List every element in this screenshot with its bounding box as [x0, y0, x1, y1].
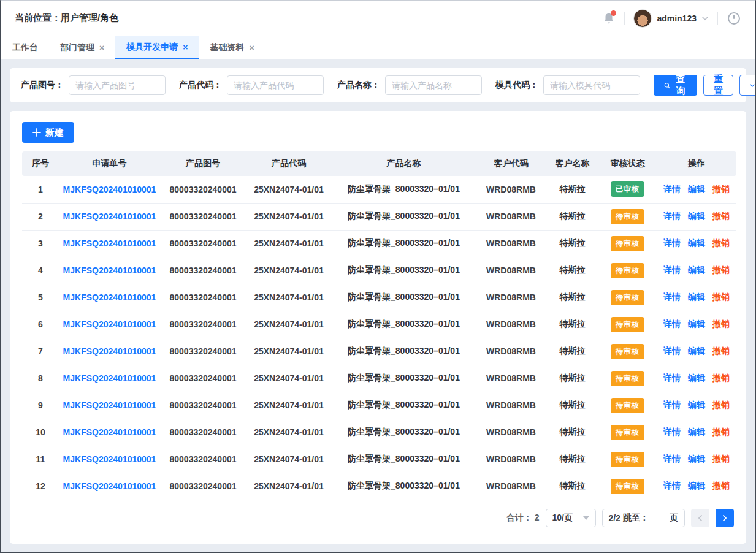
logout-power-button[interactable]	[727, 11, 741, 26]
customer-name-cell: 特斯拉	[546, 338, 598, 365]
tab-workbench[interactable]: 工作台	[1, 36, 49, 59]
revoke-action[interactable]: 撤销	[712, 346, 730, 357]
query-button[interactable]: 查询	[654, 75, 697, 96]
edit-action[interactable]: 编辑	[688, 373, 705, 384]
table-row: 12 MJKFSQ202401010001 80003320240001 25X…	[22, 473, 736, 500]
col-status: 审核状态	[598, 151, 657, 176]
application-no-link[interactable]: MJKFSQ202401010001	[63, 481, 156, 491]
edit-action[interactable]: 编辑	[688, 292, 705, 303]
avatar	[633, 9, 652, 28]
revoke-action[interactable]: 撤销	[712, 238, 730, 249]
edit-action[interactable]: 编辑	[688, 346, 705, 357]
expand-button[interactable]: 展开	[739, 75, 756, 96]
revoke-action[interactable]: 撤销	[712, 481, 730, 492]
application-no-link[interactable]: MJKFSQ202401010001	[63, 265, 156, 275]
application-no-link[interactable]: MJKFSQ202401010001	[63, 427, 156, 437]
detail-action[interactable]: 详情	[663, 319, 681, 330]
detail-action[interactable]: 详情	[663, 427, 681, 438]
application-no-link[interactable]: MJKFSQ202401010001	[63, 292, 156, 302]
revoke-action[interactable]: 撤销	[712, 319, 730, 330]
customer-code-cell: WRD08RMB	[476, 203, 546, 230]
tab-department[interactable]: 部门管理 ×	[49, 36, 115, 59]
prev-page-button[interactable]	[691, 509, 709, 527]
detail-action[interactable]: 详情	[663, 454, 681, 465]
status-badge: 待审核	[611, 263, 644, 278]
application-no-link[interactable]: MJKFSQ202401010001	[63, 454, 156, 464]
new-button[interactable]: 新建	[22, 122, 74, 143]
tab-mold-application[interactable]: 模具开发申请 ×	[115, 36, 199, 59]
notification-bell-button[interactable]	[602, 12, 616, 25]
edit-action[interactable]: 编辑	[688, 238, 705, 249]
page-size-select[interactable]: 10/页	[546, 509, 596, 527]
product-name-input[interactable]	[385, 75, 482, 95]
tab-basic-data[interactable]: 基础资料 ×	[199, 36, 265, 59]
revoke-action[interactable]: 撤销	[712, 292, 730, 303]
detail-action[interactable]: 详情	[663, 265, 681, 276]
mold-code-input[interactable]	[543, 75, 640, 95]
edit-action[interactable]: 编辑	[688, 454, 705, 465]
detail-action[interactable]: 详情	[663, 292, 681, 303]
application-no-link[interactable]: MJKFSQ202401010001	[63, 238, 156, 248]
col-product-code: 产品代码	[246, 151, 332, 176]
product-code-cell: 25XN24074-01/01	[246, 392, 332, 419]
product-name-cell: 防尘罩骨架_80003320–01/01	[332, 284, 476, 311]
row-index: 4	[22, 257, 59, 284]
product-name-cell: 防尘罩骨架_80003320–01/01	[332, 230, 476, 257]
product-code-input[interactable]	[227, 75, 324, 95]
row-index: 9	[22, 392, 59, 419]
detail-action[interactable]: 详情	[663, 238, 681, 249]
edit-action[interactable]: 编辑	[688, 319, 705, 330]
detail-action[interactable]: 详情	[663, 184, 681, 195]
edit-action[interactable]: 编辑	[688, 481, 705, 492]
edit-action[interactable]: 编辑	[688, 211, 705, 222]
revoke-action[interactable]: 撤销	[712, 400, 730, 411]
product-code-cell: 25XN24074-01/01	[246, 311, 332, 338]
detail-action[interactable]: 详情	[663, 400, 681, 411]
detail-action[interactable]: 详情	[663, 373, 681, 384]
table-row: 2 MJKFSQ202401010001 80003320240001 25XN…	[22, 203, 736, 230]
table-row: 4 MJKFSQ202401010001 80003320240001 25XN…	[22, 257, 736, 284]
drawing-no-cell: 80003320240001	[160, 203, 246, 230]
edit-action[interactable]: 编辑	[688, 265, 705, 276]
edit-action[interactable]: 编辑	[688, 427, 705, 438]
product-name-cell: 防尘罩骨架_80003320–01/01	[332, 419, 476, 446]
application-no-link[interactable]: MJKFSQ202401010001	[63, 373, 156, 383]
close-icon[interactable]: ×	[99, 44, 104, 52]
product-name-cell: 防尘罩骨架_80003320–01/01	[332, 338, 476, 365]
revoke-action[interactable]: 撤销	[712, 373, 730, 384]
product-name-cell: 防尘罩骨架_80003320–01/01	[332, 473, 476, 500]
next-page-button[interactable]	[716, 509, 734, 527]
application-no-link[interactable]: MJKFSQ202401010001	[63, 319, 156, 329]
revoke-action[interactable]: 撤销	[712, 211, 730, 222]
application-no-link[interactable]: MJKFSQ202401010001	[63, 212, 156, 221]
revoke-action[interactable]: 撤销	[712, 454, 730, 465]
jump-page-input[interactable]	[651, 511, 667, 525]
detail-action[interactable]: 详情	[663, 346, 681, 357]
application-no-link[interactable]: MJKFSQ202401010001	[63, 185, 156, 194]
product-drawing-no-input[interactable]	[69, 75, 166, 95]
query-label: 查询	[674, 74, 687, 97]
revoke-action[interactable]: 撤销	[712, 427, 730, 438]
table-row: 3 MJKFSQ202401010001 80003320240001 25XN…	[22, 230, 736, 257]
drawing-no-cell: 80003320240001	[160, 257, 246, 284]
edit-action[interactable]: 编辑	[688, 184, 705, 195]
application-no-link[interactable]: MJKFSQ202401010001	[63, 346, 156, 356]
field-label: 产品代码：	[179, 80, 222, 91]
edit-action[interactable]: 编辑	[688, 400, 705, 411]
table-row: 11 MJKFSQ202401010001 80003320240001 25X…	[22, 446, 736, 473]
tabbar: 工作台 部门管理 × 模具开发申请 × 基础资料 ×	[1, 36, 755, 59]
reset-button[interactable]: 重置	[703, 75, 733, 96]
reset-label: 重置	[714, 74, 723, 97]
detail-action[interactable]: 详情	[663, 481, 681, 492]
application-no-link[interactable]: MJKFSQ202401010001	[63, 400, 156, 410]
product-code-cell: 25XN24074-01/01	[246, 419, 332, 446]
revoke-action[interactable]: 撤销	[712, 265, 730, 276]
customer-code-cell: WRD08RMB	[476, 338, 546, 365]
revoke-action[interactable]: 撤销	[712, 184, 730, 195]
close-icon[interactable]: ×	[249, 44, 254, 52]
field-product-name: 产品名称：	[337, 75, 482, 95]
user-menu[interactable]: admin123	[633, 9, 709, 28]
table-panel: 新建 序号 申请单号 产品图号 产品代码 产品名称 客户代码	[10, 111, 746, 544]
detail-action[interactable]: 详情	[663, 211, 681, 222]
close-icon[interactable]: ×	[183, 43, 188, 51]
